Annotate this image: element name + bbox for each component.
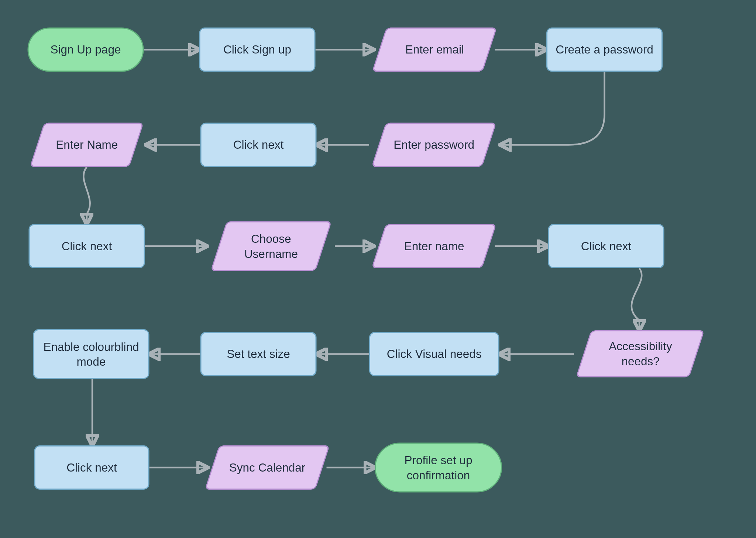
node-choose-username[interactable]: Choose Username bbox=[210, 221, 332, 271]
edge-n4-n5 bbox=[501, 72, 605, 145]
node-enable-colourblind-mode[interactable]: Enable colourblind mode bbox=[33, 329, 150, 379]
node-enter-name-1[interactable]: Enter Name bbox=[30, 123, 144, 167]
node-label: Enter Name bbox=[56, 137, 118, 152]
node-enter-name-2[interactable]: Enter name bbox=[371, 224, 496, 268]
node-label: Click next bbox=[66, 460, 117, 475]
node-label: Click Visual needs bbox=[387, 346, 482, 362]
node-profile-confirmation[interactable]: Profile set up confirmation bbox=[375, 443, 502, 493]
node-label: Click next bbox=[233, 137, 284, 152]
node-label: Create a password bbox=[556, 42, 653, 57]
node-label: Sign Up page bbox=[51, 42, 121, 57]
edge-n7-n8 bbox=[83, 167, 90, 224]
node-sync-calendar[interactable]: Sync Calendar bbox=[205, 445, 330, 490]
node-set-text-size[interactable]: Set text size bbox=[200, 332, 317, 376]
node-click-visual-needs[interactable]: Click Visual needs bbox=[369, 332, 499, 376]
node-label: Enter email bbox=[405, 42, 464, 57]
node-click-next-2[interactable]: Click next bbox=[29, 224, 145, 268]
node-click-next-4[interactable]: Click next bbox=[34, 445, 150, 490]
node-label: Choose Username bbox=[227, 231, 316, 261]
node-enter-email[interactable]: Enter email bbox=[372, 28, 497, 72]
node-click-next-1[interactable]: Click next bbox=[200, 123, 317, 167]
node-label: Click next bbox=[62, 239, 112, 254]
node-click-sign-up[interactable]: Click Sign up bbox=[199, 28, 316, 72]
node-label: Enter password bbox=[394, 137, 474, 152]
node-label: Enable colourblind mode bbox=[39, 339, 144, 369]
node-label: Sync Calendar bbox=[229, 460, 306, 475]
node-sign-up-page[interactable]: Sign Up page bbox=[28, 28, 144, 72]
node-click-next-3[interactable]: Click next bbox=[548, 224, 664, 268]
node-label: Set text size bbox=[227, 346, 290, 362]
node-label: Enter name bbox=[404, 239, 464, 254]
edge-n11-n12 bbox=[632, 268, 642, 330]
node-label: Accessibility needs? bbox=[596, 339, 684, 369]
node-label: Click next bbox=[581, 239, 632, 254]
node-label: Profile set up confirmation bbox=[380, 452, 496, 483]
node-label: Click Sign up bbox=[223, 42, 291, 57]
node-accessibility-needs[interactable]: Accessibility needs? bbox=[576, 330, 705, 377]
node-create-password[interactable]: Create a password bbox=[546, 28, 663, 72]
node-enter-password[interactable]: Enter password bbox=[371, 123, 496, 167]
flowchart-canvas: Sign Up page Click Sign up Enter email C… bbox=[15, 15, 735, 538]
